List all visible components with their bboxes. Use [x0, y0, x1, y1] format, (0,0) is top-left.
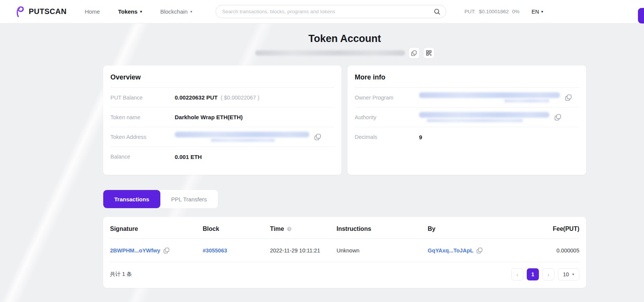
connect-wallet-button[interactable] [638, 8, 644, 23]
token-address-redacted [175, 132, 309, 142]
account-address-row [103, 47, 586, 59]
authority-redacted [419, 112, 549, 122]
account-address-redacted [255, 50, 405, 56]
language-selector[interactable]: EN ▾ [532, 9, 543, 15]
nav-item-blockchain-label: Blockchain [160, 8, 188, 15]
chevron-down-icon: ▾ [190, 10, 192, 14]
nav-item-tokens[interactable]: Tokens ▾ [118, 8, 142, 15]
balance-row: Balance 0.001 ETH [110, 147, 334, 167]
pagination: ‹ 1 › 10 ▾ [511, 268, 579, 280]
time-cell: 2022-11-29 10:11:21 [270, 248, 337, 254]
copy-authority-button[interactable] [554, 114, 562, 121]
chevron-left-icon: ‹ [517, 271, 518, 278]
putscan-logo-icon [15, 6, 25, 18]
nav-item-tokens-label: Tokens [118, 8, 137, 15]
owner-program-row: Owner Program [355, 88, 579, 107]
header-signature: Signature [110, 226, 203, 232]
nav-item-blockchain[interactable]: Blockchain ▾ [160, 8, 192, 15]
put-balance-value: 0.00220632 PUT [175, 94, 217, 101]
fee-cell: 0.000005 [530, 248, 579, 254]
token-name-row: Token name Darkhole Wrap ETH(ETH) [110, 107, 334, 127]
token-name-value: Darkhole Wrap ETH(ETH) [175, 114, 243, 120]
main-nav: Home Tokens ▾ Blockchain ▾ [85, 8, 192, 15]
copy-icon [554, 114, 562, 121]
navbar: PUTSCAN Home Tokens ▾ Blockchain ▾ PUT: … [0, 0, 644, 23]
by-link[interactable]: GqYAxq...ToJApL [428, 248, 473, 254]
brand-name: PUTSCAN [29, 7, 67, 16]
copy-token-address-button[interactable] [314, 133, 321, 141]
chevron-down-icon: ▾ [541, 10, 543, 14]
put-price-value: $0.10001862 [479, 9, 509, 14]
nav-item-home[interactable]: Home [85, 8, 100, 15]
copy-owner-program-button[interactable] [565, 94, 572, 101]
copy-icon [411, 50, 417, 56]
header-time: Time [270, 226, 337, 232]
instructions-cell: Unknown [337, 248, 428, 254]
search-bar [216, 5, 446, 18]
owner-program-redacted [419, 92, 560, 103]
transactions-table-card: Signature Block Time Instructions By Fee… [103, 217, 586, 288]
put-price-ticker: PUT: $0.10001862 0% [464, 9, 520, 14]
block-link[interactable]: #3055063 [203, 248, 227, 254]
clock-icon[interactable] [287, 226, 292, 232]
copy-by-address-button[interactable] [476, 247, 483, 254]
more-info-title: More info [355, 73, 579, 88]
header-instructions: Instructions [337, 226, 428, 232]
copy-signature-button[interactable] [163, 247, 170, 254]
chevron-right-icon: › [548, 271, 549, 278]
next-page-button[interactable]: › [542, 268, 554, 280]
signature-link[interactable]: 2BWPHM...oYWfwy [110, 248, 160, 254]
token-address-label: Token Address [110, 134, 175, 140]
prev-page-button[interactable]: ‹ [511, 268, 523, 280]
token-address-row: Token Address [110, 127, 334, 147]
language-label: EN [532, 9, 539, 15]
header-fee: Fee(PUT) [530, 226, 579, 232]
block-cell: #3055063 [203, 248, 270, 254]
copy-icon [163, 247, 170, 254]
search-button[interactable] [433, 8, 441, 15]
by-cell: GqYAxq...ToJApL [428, 247, 530, 254]
info-cards: Overview PUT Balance 0.00220632 PUT ( $0… [103, 65, 586, 175]
page-size-value: 10 [563, 271, 569, 277]
table-row: 2BWPHM...oYWfwy #3055063 2022-11-29 10:1… [110, 239, 579, 262]
balance-value: 0.001 ETH [175, 154, 202, 160]
page-title: Token Account [103, 33, 586, 45]
tab-transactions[interactable]: Transactions [103, 190, 160, 208]
main-content: Token Account Overview [103, 33, 586, 288]
qr-code-icon [426, 50, 432, 56]
put-price-change: 0% [512, 9, 520, 14]
qr-code-button[interactable] [423, 47, 435, 59]
page-1-button[interactable]: 1 [527, 268, 539, 280]
balance-label: Balance [110, 154, 175, 160]
owner-program-label: Owner Program [355, 95, 419, 101]
page-size-select[interactable]: 10 ▾ [558, 268, 579, 280]
header-block: Block [203, 226, 270, 232]
search-icon [433, 8, 441, 15]
overview-title: Overview [110, 73, 334, 88]
decimals-value: 9 [419, 134, 422, 140]
brand-logo[interactable]: PUTSCAN [15, 6, 67, 18]
put-balance-label: PUT Balance [110, 95, 175, 101]
copy-icon [565, 94, 572, 101]
put-price-label: PUT: [464, 9, 475, 14]
copy-icon [314, 133, 321, 141]
overview-card: Overview PUT Balance 0.00220632 PUT ( $0… [103, 65, 341, 175]
total-count: 共计 1 条 [110, 271, 132, 278]
authority-label: Authority [355, 114, 419, 120]
decimals-label: Decimals [355, 134, 419, 140]
copy-address-button[interactable] [408, 47, 420, 59]
authority-row: Authority [355, 107, 579, 127]
copy-icon [476, 247, 483, 254]
chevron-down-icon: ▾ [572, 272, 574, 276]
search-input[interactable] [222, 9, 433, 14]
chevron-down-icon: ▾ [140, 10, 142, 14]
decimals-row: Decimals 9 [355, 127, 579, 147]
more-info-card: More info Owner Program [348, 65, 586, 175]
tab-bar: Transactions PPL Transfers [103, 190, 218, 208]
header-time-label: Time [270, 226, 284, 232]
signature-cell: 2BWPHM...oYWfwy [110, 247, 203, 254]
table-footer: 共计 1 条 ‹ 1 › 10 ▾ [110, 262, 579, 286]
put-balance-usd: ( $0.00022067 ) [220, 95, 259, 101]
tab-ppl-transfers[interactable]: PPL Transfers [160, 190, 218, 208]
put-balance-row: PUT Balance 0.00220632 PUT ( $0.00022067… [110, 88, 334, 107]
